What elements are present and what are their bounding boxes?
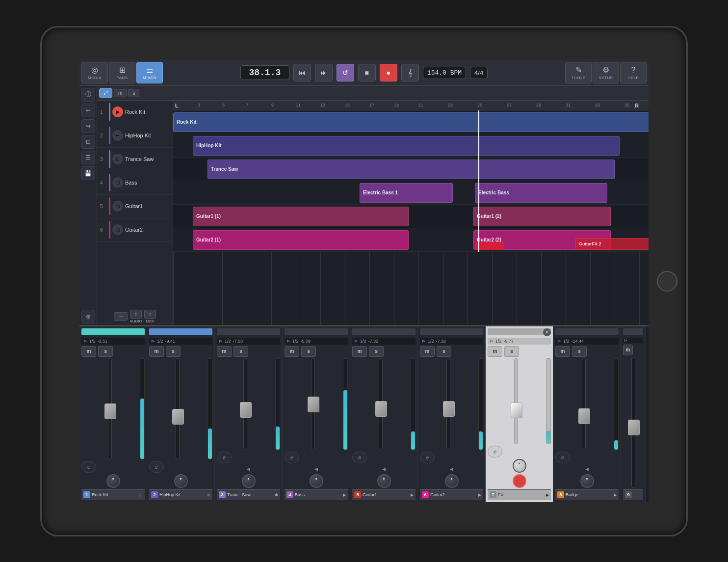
speaker-icon-6[interactable]: ◂ xyxy=(450,465,453,473)
setup-button[interactable]: ⚙ SETUP xyxy=(593,62,619,83)
clip-hiphop-kit[interactable]: HipHop Kit xyxy=(193,136,620,156)
speaker-icon-8[interactable]: ◂ xyxy=(585,465,589,473)
clip-guitarfx2[interactable]: GuitarFX 2 xyxy=(575,238,649,250)
track-item-2[interactable]: 2 ↩ HipHop Kit xyxy=(97,124,173,148)
fader-knob-5[interactable] xyxy=(352,358,409,450)
fader-handle-4[interactable] xyxy=(308,397,319,412)
solo-btn-5[interactable]: s xyxy=(369,346,384,357)
mute-view-btn[interactable]: m xyxy=(114,89,127,97)
close-strip-btn[interactable]: ✕ xyxy=(543,328,551,336)
channel-play-6[interactable]: ▶ xyxy=(478,493,481,497)
e-btn-7[interactable]: e xyxy=(488,446,502,457)
fader-handle-9[interactable] xyxy=(628,420,640,435)
mute-btn-5[interactable]: m xyxy=(352,346,367,357)
track-play-6[interactable]: ◻ xyxy=(112,224,123,235)
solo-btn-1[interactable]: s xyxy=(98,346,113,357)
fader-knob-9[interactable] xyxy=(623,357,643,488)
clip-rock-kit[interactable]: Rock Kit xyxy=(173,112,649,132)
solo-btn-6[interactable]: s xyxy=(437,346,451,357)
channel-knob-3[interactable] xyxy=(242,474,256,488)
e-btn-3[interactable]: e xyxy=(217,452,232,463)
solo-btn-4[interactable]: s xyxy=(301,346,316,357)
clip-guitar1-2[interactable]: Guitar1 (2) xyxy=(473,207,611,226)
sidebar-save-icon[interactable]: 💾 xyxy=(81,166,95,180)
clip-trance-saw[interactable]: Trance Saw xyxy=(208,160,615,179)
mixer-button[interactable]: ⚌ MIXER xyxy=(136,62,163,83)
fader-knob-8[interactable] xyxy=(555,358,612,450)
track-play-3[interactable]: ⊡ xyxy=(112,154,123,164)
fader-handle-5[interactable] xyxy=(375,401,387,417)
record-btn-7[interactable] xyxy=(513,474,526,488)
channel-knob-5[interactable] xyxy=(377,474,391,488)
e-btn-6[interactable]: e xyxy=(420,452,435,463)
channel-knob-6[interactable] xyxy=(445,474,459,488)
channel-knob-2[interactable] xyxy=(174,474,188,488)
help-button[interactable]: ? HELP xyxy=(620,62,647,83)
mute-btn-3[interactable]: m xyxy=(217,346,232,357)
channel-play-5[interactable]: ▶ xyxy=(411,493,414,497)
track-play-5[interactable]: ◻ xyxy=(112,201,123,212)
remove-track-button[interactable]: − xyxy=(114,312,128,321)
clip-electric-bass-2[interactable]: Electric Bass xyxy=(475,183,607,203)
sidebar-undo-icon[interactable]: ↩ xyxy=(81,104,95,117)
track-item-1[interactable]: 1 ▶ Rock Kit xyxy=(97,101,173,124)
track-item-5[interactable]: 5 ◻ Guitar1 xyxy=(97,195,173,218)
sidebar-redo-icon[interactable]: ↪ xyxy=(81,119,95,133)
home-button[interactable] xyxy=(657,271,677,292)
tools-button[interactable]: ✎ TOOLS xyxy=(565,62,592,83)
fader-knob-6[interactable] xyxy=(420,358,477,450)
fader-knob-3[interactable] xyxy=(217,358,274,450)
fader-knob-2[interactable] xyxy=(149,358,206,459)
fader-handle-8[interactable] xyxy=(578,408,590,424)
track-play-2[interactable]: ↩ xyxy=(112,130,123,141)
e-btn-1[interactable]: e xyxy=(81,461,96,473)
stop-button[interactable]: ■ xyxy=(358,64,376,81)
fader-handle-7[interactable] xyxy=(511,402,522,418)
channel-play-4[interactable]: ▶ xyxy=(343,493,346,497)
mute-btn-9[interactable]: m xyxy=(623,345,633,355)
track-item-4[interactable]: 4 ◻ Bass xyxy=(97,171,173,195)
metronome-button[interactable]: 𝄞 xyxy=(401,64,419,81)
mute-btn-2[interactable]: m xyxy=(149,346,164,357)
add-midi-track-button[interactable]: + MIDI xyxy=(144,310,156,323)
speaker-icon-3[interactable]: ◂ xyxy=(247,465,250,473)
channel-knob-8[interactable] xyxy=(580,474,594,488)
track-item-6[interactable]: 6 ◻ Guitar2 xyxy=(97,218,173,242)
channel-knob-7[interactable] xyxy=(513,459,526,473)
e-btn-4[interactable]: e xyxy=(285,452,299,463)
fader-knob-7[interactable] xyxy=(488,358,545,444)
clip-electric-bass-1[interactable]: Electric Bass 1 xyxy=(360,183,453,203)
fader-handle-3[interactable] xyxy=(240,402,252,418)
clip-guitar2-1[interactable]: Guitar2 (1) xyxy=(193,230,409,250)
forward-button[interactable]: ⏭ xyxy=(315,64,333,81)
solo-view-btn[interactable]: s xyxy=(128,89,139,97)
loop-button[interactable]: ↺ xyxy=(337,64,354,81)
fader-handle-1[interactable] xyxy=(104,403,116,419)
channel-play-8[interactable]: ▶ xyxy=(614,493,617,497)
solo-btn-2[interactable]: s xyxy=(166,346,181,357)
e-btn-5[interactable]: e xyxy=(352,452,367,463)
e-btn-2[interactable]: e xyxy=(149,461,164,473)
track-play-4[interactable]: ◻ xyxy=(112,177,123,188)
speaker-icon-4[interactable]: ◂ xyxy=(314,465,318,473)
channel-knob-1[interactable] xyxy=(106,474,120,488)
mute-btn-8[interactable]: m xyxy=(555,346,570,357)
mute-btn-4[interactable]: m xyxy=(285,346,299,357)
track-play-1[interactable]: ▶ xyxy=(112,107,123,117)
channel-play-7[interactable]: ▶ xyxy=(546,493,549,497)
solo-btn-7[interactable]: s xyxy=(504,346,519,357)
fader-handle-6[interactable] xyxy=(443,401,455,417)
arrange-view-btn[interactable]: ⇄ xyxy=(99,88,112,98)
solo-btn-8[interactable]: s xyxy=(572,346,587,357)
fader-knob-1[interactable] xyxy=(81,358,138,459)
fader-knob-4[interactable] xyxy=(285,358,341,450)
channel-knob-4[interactable] xyxy=(310,474,323,488)
record-button[interactable]: ● xyxy=(380,64,397,81)
solo-btn-3[interactable]: s xyxy=(234,346,248,357)
mute-btn-6[interactable]: m xyxy=(420,346,435,357)
sidebar-grid-icon[interactable]: ⊡ xyxy=(81,135,95,149)
sidebar-list-icon[interactable]: ☰ xyxy=(81,151,95,164)
mute-btn-7[interactable]: m xyxy=(488,346,502,357)
e-btn-8[interactable]: e xyxy=(555,452,570,463)
sidebar-power-icon[interactable]: ⓘ xyxy=(81,88,95,102)
